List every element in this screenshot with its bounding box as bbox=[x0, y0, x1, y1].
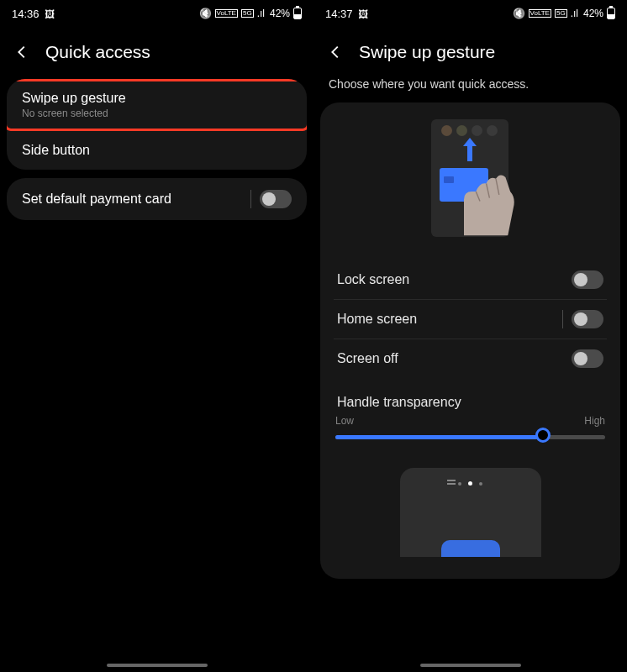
status-icons: VoLTE 5G 42% bbox=[199, 8, 302, 19]
status-time: 14:37 bbox=[325, 8, 353, 20]
default-payment-item[interactable]: Set default payment card bbox=[7, 178, 307, 220]
hand-icon bbox=[448, 160, 528, 239]
network-icon: 5G bbox=[241, 9, 254, 18]
payment-toggle[interactable] bbox=[260, 190, 292, 208]
volte-icon: VoLTE bbox=[215, 9, 238, 18]
screen-swipe-up-gesture: 14:37 VoLTE 5G 42% Swipe up gesture Choo… bbox=[314, 0, 627, 672]
mute-icon bbox=[513, 8, 525, 19]
divider bbox=[562, 310, 563, 328]
page-title: Quick access bbox=[45, 42, 150, 62]
toggle-label: Home screen bbox=[337, 312, 417, 327]
quick-access-group: Swipe up gesture No screen selected Side… bbox=[7, 79, 307, 170]
slider-fill bbox=[335, 435, 543, 439]
screen-off-row[interactable]: Screen off bbox=[334, 339, 607, 378]
battery-percent: 42% bbox=[270, 8, 290, 19]
slider-low-label: Low bbox=[335, 415, 354, 427]
page-header: Quick access bbox=[0, 27, 314, 77]
swipe-up-gesture-item[interactable]: Swipe up gesture No screen selected bbox=[7, 79, 307, 131]
side-button-item[interactable]: Side button bbox=[7, 131, 307, 170]
transparency-section: Handle transparency Low High bbox=[334, 378, 607, 439]
home-screen-row[interactable]: Home screen bbox=[334, 299, 607, 339]
nav-handle[interactable] bbox=[420, 664, 521, 667]
status-icons: VoLTE 5G 42% bbox=[513, 8, 615, 19]
payment-group: Set default payment card bbox=[7, 178, 307, 220]
lock-screen-row[interactable]: Lock screen bbox=[334, 260, 607, 299]
slider-title: Handle transparency bbox=[334, 390, 607, 410]
handle-preview bbox=[334, 439, 607, 557]
toggle-label: Lock screen bbox=[337, 272, 409, 287]
gesture-panel: Lock screen Home screen Screen off Handl… bbox=[320, 102, 620, 579]
gesture-illustration bbox=[334, 114, 607, 260]
status-time: 14:36 bbox=[12, 8, 40, 20]
battery-icon bbox=[293, 8, 302, 19]
mute-icon bbox=[199, 8, 212, 19]
network-icon: 5G bbox=[555, 9, 567, 18]
volte-icon: VoLTE bbox=[529, 9, 551, 18]
screenshot-icon bbox=[358, 8, 368, 20]
item-label: Side button bbox=[22, 143, 90, 158]
item-label: Set default payment card bbox=[22, 192, 171, 207]
item-subtitle: No screen selected bbox=[22, 108, 126, 119]
slider-high-label: High bbox=[584, 415, 605, 427]
page-subtitle: Choose where you want quick access. bbox=[314, 77, 627, 102]
lock-screen-toggle[interactable] bbox=[572, 270, 603, 289]
battery-icon bbox=[607, 8, 615, 19]
screen-off-toggle[interactable] bbox=[572, 349, 603, 368]
transparency-slider[interactable] bbox=[335, 435, 605, 439]
screenshot-icon bbox=[45, 8, 55, 20]
back-button[interactable] bbox=[325, 42, 345, 62]
screen-quick-access: 14:36 VoLTE 5G 42% Quick access Swipe up… bbox=[0, 0, 314, 672]
page-header: Swipe up gesture bbox=[314, 27, 627, 77]
divider bbox=[250, 190, 251, 208]
back-button[interactable] bbox=[12, 42, 32, 62]
item-label: Swipe up gesture bbox=[22, 91, 126, 106]
toggle-label: Screen off bbox=[337, 351, 398, 366]
nav-handle[interactable] bbox=[107, 664, 208, 667]
battery-percent: 42% bbox=[583, 8, 603, 19]
home-screen-toggle[interactable] bbox=[572, 310, 603, 328]
preview-handle bbox=[441, 540, 500, 557]
page-title: Swipe up gesture bbox=[359, 42, 495, 62]
status-bar: 14:37 VoLTE 5G 42% bbox=[314, 0, 627, 27]
signal-icon bbox=[571, 8, 578, 19]
status-bar: 14:36 VoLTE 5G 42% bbox=[0, 0, 314, 27]
signal-icon bbox=[257, 8, 265, 19]
